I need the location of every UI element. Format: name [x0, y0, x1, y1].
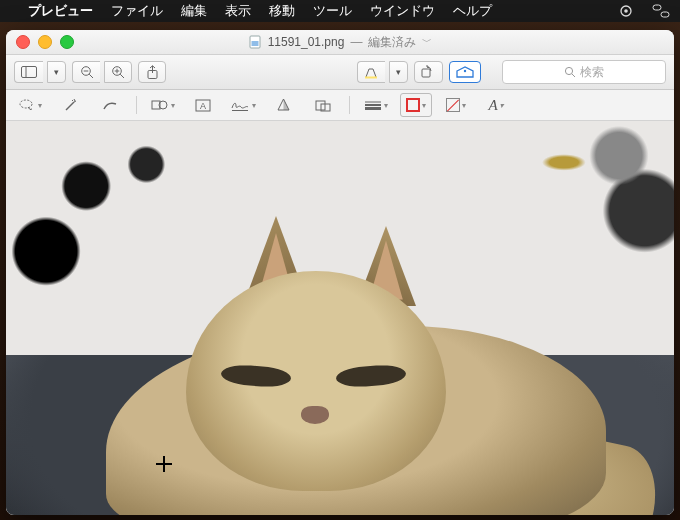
document-proxy-icon[interactable] [248, 35, 262, 49]
share-icon [146, 65, 159, 80]
shapes-button[interactable]: ▾ [147, 93, 179, 117]
border-color-button[interactable]: ▾ [400, 93, 432, 117]
svg-point-20 [565, 67, 572, 74]
preview-window: 11591_01.png — 編集済み ﹀ ▾ [6, 30, 674, 515]
close-button[interactable] [16, 35, 30, 49]
highlight-icon [364, 66, 379, 79]
desktop: プレビュー ファイル 編集 表示 移動 ツール ウインドウ ヘルプ [0, 0, 680, 520]
svg-line-12 [120, 74, 124, 78]
markup-toolbar: ▾ ▾ A ▾ [6, 90, 674, 121]
control-center-icon[interactable] [652, 4, 670, 18]
sketch-pencil-icon [102, 98, 118, 112]
svg-rect-6 [22, 67, 37, 78]
main-toolbar: ▾ ▾ [6, 55, 674, 90]
menubar-item-window[interactable]: ウインドウ [370, 2, 435, 20]
window-filename: 11591_01.png [268, 35, 345, 49]
highlight-button[interactable] [357, 61, 385, 83]
line-style-icon [364, 100, 382, 110]
title-menu-chevron-icon[interactable]: ﹀ [422, 35, 432, 49]
minimize-button[interactable] [38, 35, 52, 49]
text-box-icon: A [195, 99, 211, 112]
svg-rect-5 [251, 41, 258, 46]
signature-button[interactable]: ▾ [227, 93, 259, 117]
svg-point-19 [464, 69, 466, 71]
adjust-size-button[interactable] [307, 93, 339, 117]
selection-lasso-icon [18, 98, 36, 112]
svg-line-21 [572, 74, 575, 77]
markup-toggle-button[interactable] [449, 61, 481, 83]
view-menu-button[interactable]: ▾ [47, 61, 66, 83]
menubar-item-view[interactable]: 表示 [225, 2, 251, 20]
text-tool-button[interactable]: A [187, 93, 219, 117]
selection-tool-button[interactable]: ▾ [14, 93, 46, 117]
svg-rect-4 [250, 36, 260, 48]
menubar-item-edit[interactable]: 編集 [181, 2, 207, 20]
svg-line-9 [89, 74, 93, 78]
font-style-button[interactable]: A▾ [480, 93, 512, 117]
sketch-button[interactable] [94, 93, 126, 117]
zoom-in-button[interactable] [104, 61, 132, 83]
svg-rect-17 [365, 76, 377, 78]
line-style-button[interactable]: ▾ [360, 93, 392, 117]
zoom-in-icon [111, 65, 125, 79]
instant-alpha-button[interactable] [54, 93, 86, 117]
window-titlebar[interactable]: 11591_01.png — 編集済み ﹀ [6, 30, 674, 55]
instant-alpha-wand-icon [62, 98, 78, 113]
chevron-down-icon: ▾ [54, 67, 59, 77]
font-style-label: A [488, 97, 497, 114]
search-placeholder: 検索 [580, 64, 604, 81]
svg-text:A: A [200, 101, 206, 111]
zoom-out-icon [80, 65, 94, 79]
window-title: 11591_01.png — 編集済み ﹀ [6, 34, 674, 51]
chevron-down-icon: ▾ [396, 67, 401, 77]
view-sidebar-button[interactable] [14, 61, 43, 83]
traffic-lights [6, 35, 74, 49]
svg-rect-18 [422, 69, 430, 77]
menubar-item-tools[interactable]: ツール [313, 2, 352, 20]
fill-color-swatch [446, 98, 460, 112]
image-canvas[interactable] [6, 121, 674, 515]
share-button[interactable] [138, 61, 166, 83]
svg-point-1 [624, 9, 628, 13]
svg-point-22 [20, 100, 32, 108]
highlight-menu-button[interactable]: ▾ [389, 61, 408, 83]
menubar-item-go[interactable]: 移動 [269, 2, 295, 20]
zoom-out-button[interactable] [72, 61, 100, 83]
svg-rect-3 [661, 12, 669, 17]
adjust-color-icon [276, 98, 291, 112]
menubar-item-help[interactable]: ヘルプ [453, 2, 492, 20]
sidebar-icon [21, 66, 37, 78]
svg-rect-2 [653, 5, 661, 10]
markup-toolbox-icon [456, 66, 474, 79]
search-icon [564, 66, 576, 78]
fill-color-button[interactable]: ▾ [440, 93, 472, 117]
border-color-swatch [406, 98, 420, 112]
menubar-item-file[interactable]: ファイル [111, 2, 163, 20]
macos-menubar: プレビュー ファイル 編集 表示 移動 ツール ウインドウ ヘルプ [0, 0, 680, 22]
svg-line-23 [66, 102, 74, 110]
adjust-size-icon [315, 99, 331, 112]
adjust-color-button[interactable] [267, 93, 299, 117]
menubar-status-icon[interactable] [618, 3, 634, 19]
signature-icon [230, 99, 250, 112]
menubar-appname[interactable]: プレビュー [28, 2, 93, 20]
zoom-button[interactable] [60, 35, 74, 49]
edited-image [6, 121, 674, 515]
shapes-icon [151, 98, 169, 112]
search-field[interactable]: 検索 [502, 60, 666, 84]
rotate-icon [421, 65, 436, 79]
window-edited-label: 編集済み [368, 34, 416, 51]
rotate-button[interactable] [414, 61, 443, 83]
